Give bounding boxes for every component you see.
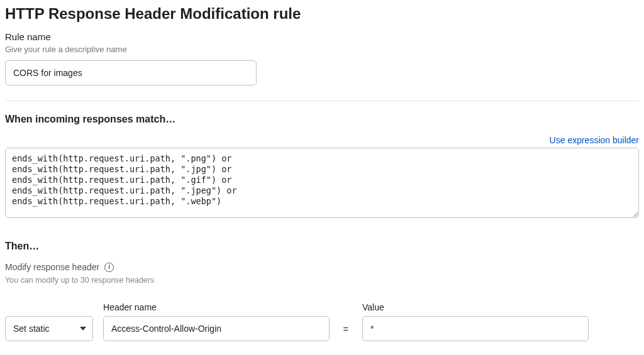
header-modification-row: Set static =: [5, 316, 639, 341]
header-row-labels: Header name Value: [5, 302, 639, 312]
rule-name-input[interactable]: [5, 60, 257, 85]
rule-name-section: Rule name Give your rule a descriptive n…: [5, 31, 639, 85]
match-section: When incoming responses match… Use expre…: [5, 114, 639, 221]
page-title: HTTP Response Header Modification rule: [5, 5, 639, 23]
rule-name-helper: Give your rule a descriptive name: [5, 45, 639, 54]
equals-sign: =: [340, 324, 352, 334]
header-value-input[interactable]: [362, 316, 589, 341]
match-heading: When incoming responses match…: [5, 114, 639, 125]
header-name-input[interactable]: [103, 316, 330, 341]
header-name-col-label: Header name: [103, 302, 330, 312]
builder-link-row: Use expression builder: [5, 135, 639, 145]
modify-header-label-row: Modify response header i: [5, 262, 639, 272]
action-select[interactable]: Set static: [5, 316, 93, 341]
then-section: Then… Modify response header i You can m…: [5, 241, 639, 341]
modify-header-label: Modify response header: [5, 262, 99, 272]
then-heading: Then…: [5, 241, 639, 252]
expression-textarea[interactable]: [5, 148, 639, 218]
action-select-value: Set static: [13, 324, 50, 334]
chevron-down-icon: [80, 327, 86, 330]
rule-name-label: Rule name: [5, 31, 639, 42]
section-divider: [5, 101, 639, 101]
header-limit-text: You can modify up to 30 response headers: [5, 276, 639, 285]
value-col-label: Value: [362, 302, 589, 312]
rule-editor-page: HTTP Response Header Modification rule R…: [0, 0, 644, 354]
info-icon[interactable]: i: [104, 263, 114, 272]
use-expression-builder-link[interactable]: Use expression builder: [550, 135, 639, 145]
